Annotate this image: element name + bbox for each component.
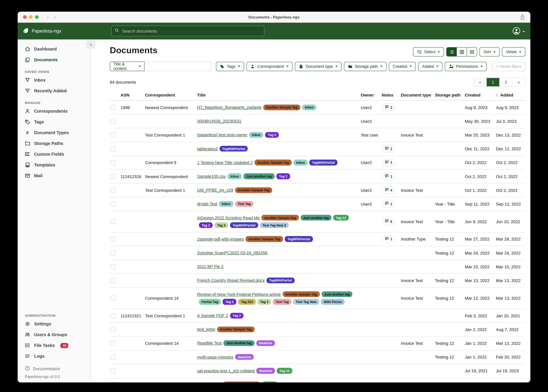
storage-path-filter-button[interactable]: Storage path bbox=[344, 62, 387, 71]
cell-correspondent[interactable]: Correspondent 9 bbox=[144, 156, 196, 169]
cell-storage[interactable]: Testing 12 bbox=[434, 336, 464, 350]
documentation-link[interactable]: ?Documentation bbox=[18, 363, 90, 373]
notes-badge[interactable]: 1 bbox=[382, 200, 395, 208]
document-link[interactable]: Sample100.csv bbox=[197, 174, 226, 179]
row-checkbox[interactable] bbox=[110, 250, 115, 255]
tag-chip[interactable]: Test Tag New bbox=[293, 299, 319, 305]
document-link[interactable]: H7_Napoleon_Bonaparte_zadanie bbox=[197, 105, 261, 110]
cell-doctype[interactable] bbox=[400, 246, 434, 260]
notes-badge[interactable]: 1 bbox=[382, 159, 395, 166]
document-link[interactable]: 0004814539_20230531 bbox=[197, 119, 241, 123]
notes-badge[interactable]: 1 bbox=[382, 145, 395, 153]
tag-chip[interactable]: NewOne bbox=[256, 340, 275, 346]
tag-chip[interactable]: Another Sample Tag bbox=[217, 326, 254, 332]
tag-chip[interactable]: Tag 12 bbox=[277, 368, 292, 374]
cell-doctype[interactable] bbox=[400, 309, 434, 322]
sidebar-item-tags[interactable]: Tags bbox=[18, 117, 90, 127]
row-checkbox[interactable] bbox=[110, 341, 115, 346]
cell-correspondent[interactable]: Test Correspondent 1 bbox=[144, 183, 196, 197]
tag-chip[interactable]: Tag 2 bbox=[199, 222, 213, 228]
notes-badge[interactable]: 4 bbox=[382, 186, 395, 194]
cell-storage[interactable]: Testing 12 bbox=[434, 274, 464, 287]
header-owner[interactable]: Owner bbox=[360, 90, 381, 101]
tag-chip[interactable]: Inbox bbox=[302, 105, 316, 110]
document-link[interactable]: simple txt file bbox=[197, 382, 221, 382]
list-view-button[interactable] bbox=[447, 48, 457, 56]
notes-badge[interactable]: 6 bbox=[382, 218, 395, 225]
cell-correspondent[interactable]: Correspondent 14 bbox=[144, 287, 196, 309]
cell-storage[interactable] bbox=[434, 128, 464, 142]
row-checkbox[interactable] bbox=[110, 219, 115, 224]
cell-correspondent[interactable] bbox=[144, 364, 196, 378]
select-button[interactable]: Select bbox=[413, 47, 444, 56]
document-link[interactable]: 2011 BP Pie 2 bbox=[197, 264, 224, 269]
cell-doctype[interactable] bbox=[400, 350, 434, 364]
document-link[interactable]: sat-practice-test-1_pt2-collated bbox=[197, 368, 255, 373]
cell-doctype[interactable]: Invoice Test bbox=[400, 128, 434, 142]
cell-correspondent[interactable] bbox=[144, 114, 196, 128]
tag-chip[interactable]: TagWithPartial bbox=[285, 236, 313, 242]
sidebar-item-users-groups[interactable]: Users & Groups bbox=[18, 329, 90, 340]
header-created[interactable]: Created bbox=[464, 90, 495, 101]
cell-storage[interactable]: Testing 12 bbox=[434, 350, 464, 364]
tag-chip[interactable]: Partial Tag bbox=[199, 299, 221, 305]
cell-correspondent[interactable] bbox=[144, 142, 196, 156]
tag-chip[interactable]: Test Tag New 2 bbox=[260, 222, 289, 228]
cell-storage[interactable]: Year - Title bbox=[434, 211, 464, 232]
row-checkbox[interactable] bbox=[110, 264, 115, 269]
sidebar-item-custom-fields[interactable]: Custom Fields bbox=[18, 149, 90, 160]
tag-chip[interactable]: With Perms bbox=[321, 299, 345, 305]
sidebar-item-inbox[interactable]: Inbox bbox=[18, 75, 90, 85]
row-checkbox[interactable] bbox=[110, 174, 115, 179]
cell-doctype[interactable]: Invoice Test bbox=[400, 183, 434, 197]
cell-storage[interactable] bbox=[434, 378, 464, 382]
sort-button[interactable]: Sort bbox=[480, 47, 500, 56]
header-doctype[interactable]: Document type bbox=[400, 90, 434, 101]
document-link[interactable]: ReadMe Test bbox=[197, 341, 222, 346]
search-input[interactable] bbox=[122, 28, 261, 34]
cell-doctype[interactable]: Another Type bbox=[400, 232, 434, 246]
tag-chip[interactable]: Just another tag bbox=[224, 340, 254, 346]
header-notes[interactable]: Notes bbox=[381, 90, 400, 101]
header-correspondent[interactable]: Correspondent bbox=[144, 90, 196, 101]
tag-chip[interactable]: NewOne bbox=[235, 354, 254, 360]
cell-doctype[interactable]: Invoice Test bbox=[400, 287, 434, 309]
document-link[interactable]: Review-of-New-York-Federal-Petitions-art… bbox=[197, 292, 281, 297]
cell-correspondent[interactable] bbox=[144, 274, 196, 287]
document-link[interactable]: A Sample PDF 2 bbox=[197, 313, 228, 318]
document-link[interactable]: [paperless] test post-owner bbox=[197, 133, 247, 137]
pagination-next-button[interactable]: » bbox=[512, 78, 525, 86]
notes-badge[interactable]: 2 bbox=[382, 104, 395, 111]
cell-doctype[interactable] bbox=[400, 142, 434, 156]
cell-correspondent[interactable] bbox=[144, 211, 196, 232]
sidebar-item-logs[interactable]: Logs bbox=[18, 351, 90, 362]
cell-storage[interactable] bbox=[434, 114, 464, 128]
cell-storage[interactable] bbox=[434, 156, 464, 169]
tag-chip[interactable]: Inbox bbox=[227, 174, 242, 179]
tag-chip[interactable]: Just another tag bbox=[244, 174, 274, 179]
pagination-prev-button[interactable]: « bbox=[474, 78, 486, 86]
row-checkbox[interactable] bbox=[110, 160, 115, 165]
cell-doctype[interactable] bbox=[400, 169, 434, 183]
cell-correspondent[interactable] bbox=[144, 322, 196, 336]
tag-chip[interactable]: Tag 2 bbox=[230, 313, 244, 319]
tag-chip[interactable]: Another Sample Tag bbox=[282, 291, 320, 297]
cell-storage[interactable] bbox=[434, 364, 464, 378]
tag-chip[interactable]: Tag 12 bbox=[262, 382, 278, 382]
tag-chip[interactable]: Inbox bbox=[249, 132, 263, 138]
row-checkbox[interactable] bbox=[110, 296, 115, 301]
tag-chip[interactable]: TagWithPartial bbox=[310, 160, 338, 166]
cell-storage[interactable]: Year - Title bbox=[434, 197, 464, 211]
row-checkbox[interactable] bbox=[110, 105, 115, 110]
document-type-filter-button[interactable]: Document type bbox=[295, 62, 342, 71]
header-title[interactable]: Title bbox=[196, 90, 360, 101]
cell-storage[interactable] bbox=[434, 322, 464, 336]
added-filter-button[interactable]: Added bbox=[418, 62, 443, 71]
cell-correspondent[interactable]: Newest Correspondent bbox=[144, 169, 196, 183]
document-link[interactable]: test_letter bbox=[197, 327, 216, 332]
sidebar-item-settings[interactable]: Settings bbox=[18, 319, 90, 329]
cell-doctype[interactable] bbox=[400, 364, 434, 378]
tag-chip[interactable]: Another Sample Tag bbox=[235, 187, 272, 193]
document-link[interactable]: French Country Bread Revised.docx bbox=[197, 278, 265, 283]
header-added[interactable]: ↑Added bbox=[495, 90, 525, 101]
